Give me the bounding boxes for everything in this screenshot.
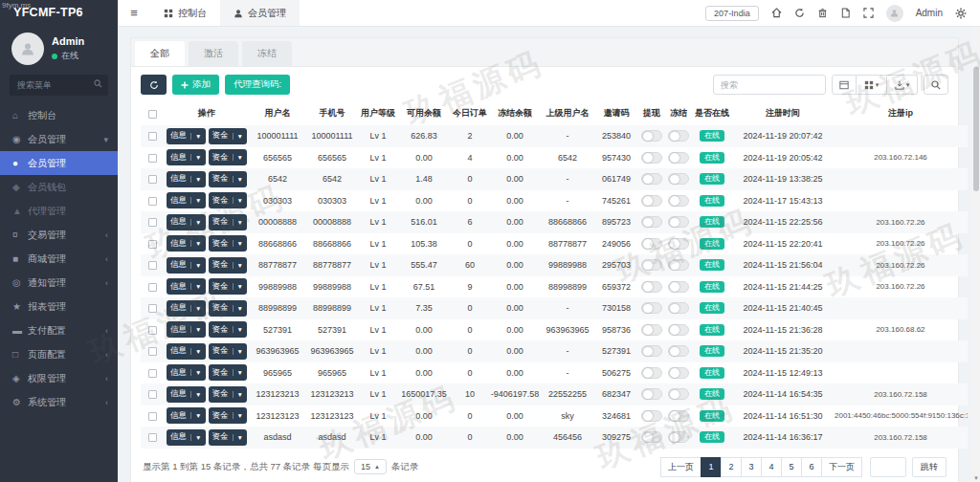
info-dropdown-button[interactable]: 信息▼: [167, 321, 205, 338]
info-dropdown-button[interactable]: 信息▼: [167, 278, 205, 295]
refresh-icon[interactable]: [794, 8, 805, 18]
info-dropdown-button[interactable]: 信息▼: [167, 386, 205, 403]
withdraw-toggle[interactable]: [641, 324, 662, 336]
sidebar-item-7[interactable]: ◎通知管理‹: [0, 271, 118, 295]
row-checkbox[interactable]: [148, 283, 157, 292]
topbar-avatar[interactable]: [886, 5, 903, 22]
withdraw-toggle[interactable]: [641, 195, 662, 207]
withdraw-toggle[interactable]: [641, 259, 662, 271]
sidebar-item-5[interactable]: ¤交易管理‹: [0, 223, 118, 247]
sidebar-item-4[interactable]: ▲代理管理: [0, 199, 118, 223]
withdraw-toggle[interactable]: [641, 130, 662, 142]
freeze-toggle[interactable]: [668, 388, 689, 400]
page-button-4[interactable]: 4: [761, 457, 782, 477]
page-button-2[interactable]: 2: [721, 457, 742, 477]
fund-dropdown-button[interactable]: 资金▼: [209, 343, 247, 360]
sidebar-item-6[interactable]: ■商城管理‹: [0, 247, 118, 271]
withdraw-toggle[interactable]: [641, 388, 662, 400]
prev-page-button[interactable]: 上一页: [660, 457, 702, 477]
info-dropdown-button[interactable]: 信息▼: [167, 257, 205, 274]
fund-dropdown-button[interactable]: 资金▼: [209, 171, 247, 187]
freeze-toggle[interactable]: [668, 152, 689, 164]
row-checkbox[interactable]: [148, 132, 157, 141]
tab-active[interactable]: 激活: [189, 41, 238, 66]
sidebar-item-10[interactable]: □页面配置‹: [0, 342, 118, 366]
fund-dropdown-button[interactable]: 资金▼: [209, 300, 247, 317]
scrollbar-arrow-icon[interactable]: ▼: [972, 475, 980, 481]
search-button[interactable]: [924, 75, 948, 95]
fund-dropdown-button[interactable]: 资金▼: [209, 364, 247, 381]
fund-dropdown-button[interactable]: 资金▼: [209, 407, 247, 424]
toggle-view-button[interactable]: [832, 75, 857, 95]
withdraw-toggle[interactable]: [641, 173, 662, 185]
freeze-toggle[interactable]: [668, 281, 689, 293]
jump-button[interactable]: 跳转: [912, 457, 947, 477]
withdraw-toggle[interactable]: [641, 367, 662, 379]
freeze-toggle[interactable]: [668, 173, 689, 185]
freeze-toggle[interactable]: [668, 324, 689, 336]
page-scrollbar[interactable]: ▼: [972, 27, 980, 482]
sidebar-item-0[interactable]: ⌂控制台: [0, 103, 118, 127]
clear-cache-icon[interactable]: [840, 8, 851, 18]
add-button[interactable]: 添加: [172, 75, 219, 95]
row-checkbox[interactable]: [148, 240, 157, 249]
info-dropdown-button[interactable]: 信息▼: [167, 192, 205, 208]
table-search-input[interactable]: [713, 75, 826, 95]
row-checkbox[interactable]: [148, 175, 157, 184]
sidebar-item-2[interactable]: ●会员管理: [0, 151, 118, 175]
freeze-toggle[interactable]: [668, 195, 689, 207]
sidebar-item-11[interactable]: ◈权限管理‹: [0, 366, 118, 390]
row-checkbox[interactable]: [148, 326, 157, 335]
columns-button[interactable]: ▾: [857, 75, 887, 95]
fund-dropdown-button[interactable]: 资金▼: [209, 214, 247, 230]
sidebar-item-9[interactable]: ▬支付配置‹: [0, 318, 118, 342]
info-dropdown-button[interactable]: 信息▼: [167, 214, 205, 230]
tab-all[interactable]: 全部: [135, 41, 185, 66]
row-checkbox[interactable]: [148, 433, 157, 442]
refresh-button[interactable]: [141, 75, 167, 95]
region-selector[interactable]: 207-India: [705, 6, 759, 21]
withdraw-toggle[interactable]: [641, 345, 662, 357]
row-checkbox[interactable]: [148, 369, 157, 378]
info-dropdown-button[interactable]: 信息▼: [167, 300, 205, 317]
export-button[interactable]: ▾: [887, 75, 918, 95]
topbar-tab-members[interactable]: 会员管理: [220, 0, 300, 26]
fullscreen-icon[interactable]: [863, 8, 874, 18]
row-checkbox[interactable]: [148, 218, 157, 227]
withdraw-toggle[interactable]: [641, 302, 662, 314]
withdraw-toggle[interactable]: [641, 238, 662, 250]
withdraw-toggle[interactable]: [641, 431, 662, 443]
page-button-3[interactable]: 3: [741, 457, 762, 477]
row-checkbox[interactable]: [148, 261, 157, 270]
page-button-5[interactable]: 5: [781, 457, 802, 477]
fund-dropdown-button[interactable]: 资金▼: [209, 386, 247, 403]
page-button-6[interactable]: 6: [801, 457, 822, 477]
info-dropdown-button[interactable]: 信息▼: [167, 343, 205, 360]
fund-dropdown-button[interactable]: 资金▼: [209, 429, 247, 446]
row-checkbox[interactable]: [148, 197, 157, 206]
settings-gear-icon[interactable]: [955, 8, 967, 19]
withdraw-toggle[interactable]: [641, 410, 662, 422]
avatar[interactable]: [11, 33, 44, 65]
freeze-toggle[interactable]: [668, 259, 689, 271]
freeze-toggle[interactable]: [668, 302, 689, 314]
info-dropdown-button[interactable]: 信息▼: [167, 407, 205, 424]
row-checkbox[interactable]: [148, 304, 157, 313]
select-all-checkbox[interactable]: [148, 110, 157, 119]
page-button-1[interactable]: 1: [701, 457, 722, 477]
tab-frozen[interactable]: 冻结: [242, 41, 292, 66]
row-checkbox[interactable]: [148, 412, 157, 421]
hamburger-icon[interactable]: ≡: [118, 0, 150, 26]
fund-dropdown-button[interactable]: 资金▼: [209, 278, 247, 295]
fund-dropdown-button[interactable]: 资金▼: [209, 128, 247, 144]
row-checkbox[interactable]: [148, 154, 157, 163]
sidebar-item-3[interactable]: ◆会员钱包: [0, 175, 118, 199]
topbar-tab-dashboard[interactable]: 控制台: [150, 0, 220, 26]
freeze-toggle[interactable]: [668, 345, 689, 357]
row-checkbox[interactable]: [148, 347, 157, 356]
home-icon[interactable]: [771, 8, 782, 18]
fund-dropdown-button[interactable]: 资金▼: [209, 235, 247, 252]
freeze-toggle[interactable]: [668, 431, 689, 443]
fund-dropdown-button[interactable]: 资金▼: [209, 321, 247, 338]
freeze-toggle[interactable]: [668, 130, 689, 142]
